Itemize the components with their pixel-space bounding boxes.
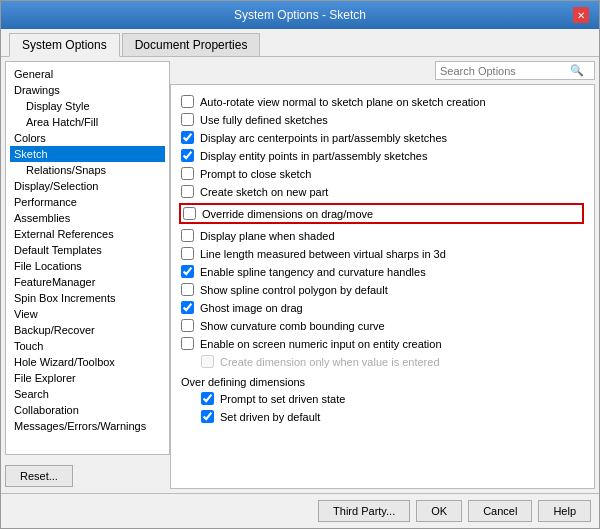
sidebar-item-file-explorer[interactable]: File Explorer	[10, 370, 165, 386]
checkbox-arc-centerpoints[interactable]	[181, 131, 194, 144]
checkbox-curvature-comb[interactable]	[181, 319, 194, 332]
sidebar-item-default-templates[interactable]: Default Templates	[10, 242, 165, 258]
ok-button[interactable]: OK	[416, 500, 462, 522]
option-row-arc-centerpoints: Display arc centerpoints in part/assembl…	[181, 131, 584, 144]
checkbox-ghost-image[interactable]	[181, 301, 194, 314]
sidebar-item-messages-errors-warnings[interactable]: Messages/Errors/Warnings	[10, 418, 165, 434]
checkbox-create-dimension-only[interactable]	[201, 355, 214, 368]
label-on-screen-numeric: Enable on screen numeric input on entity…	[200, 338, 442, 350]
label-fully-defined: Use fully defined sketches	[200, 114, 328, 126]
label-ghost-image: Ghost image on drag	[200, 302, 303, 314]
checkbox-fully-defined[interactable]	[181, 113, 194, 126]
main-panel: 🔍 Auto-rotate view normal to sketch plan…	[166, 57, 599, 493]
bottom-buttons: Third Party... OK Cancel Help	[1, 493, 599, 528]
sidebar-item-sketch[interactable]: Sketch	[10, 146, 165, 162]
checkbox-entity-points[interactable]	[181, 149, 194, 162]
option-row-curvature-comb: Show curvature comb bounding curve	[181, 319, 584, 332]
label-auto-rotate: Auto-rotate view normal to sketch plane …	[200, 96, 486, 108]
sidebar-wrapper: GeneralDrawingsDisplay StyleArea Hatch/F…	[1, 57, 166, 493]
third-party-button[interactable]: Third Party...	[318, 500, 410, 522]
title-bar: System Options - Sketch ✕	[1, 1, 599, 29]
label-enable-spline: Enable spline tangency and curvature han…	[200, 266, 426, 278]
checkbox-line-length[interactable]	[181, 247, 194, 260]
checkbox-display-plane-shaded[interactable]	[181, 229, 194, 242]
system-options-window: System Options - Sketch ✕ System Options…	[0, 0, 600, 529]
sidebar-item-drawings[interactable]: Drawings	[10, 82, 165, 98]
option-row-show-spline-polygon: Show spline control polygon by default	[181, 283, 584, 296]
search-icon: 🔍	[570, 64, 584, 77]
label-prompt-to-close: Prompt to close sketch	[200, 168, 311, 180]
label-entity-points: Display entity points in part/assembly s…	[200, 150, 427, 162]
close-button[interactable]: ✕	[573, 7, 589, 23]
option-row-entity-points: Display entity points in part/assembly s…	[181, 149, 584, 162]
content-area: GeneralDrawingsDisplay StyleArea Hatch/F…	[1, 57, 599, 493]
sidebar-item-spin-box-increments[interactable]: Spin Box Increments	[10, 290, 165, 306]
option-row-set-driven-default: Set driven by default	[201, 410, 584, 423]
label-create-dimension-only: Create dimension only when value is ente…	[220, 356, 440, 368]
search-box: 🔍	[435, 61, 595, 80]
window-title: System Options - Sketch	[27, 8, 573, 22]
search-input[interactable]	[440, 65, 570, 77]
sidebar-item-relations-snaps[interactable]: Relations/Snaps	[10, 162, 165, 178]
label-arc-centerpoints: Display arc centerpoints in part/assembl…	[200, 132, 447, 144]
checkbox-create-sketch-new-part[interactable]	[181, 185, 194, 198]
sidebar-item-feature-manager[interactable]: FeatureManager	[10, 274, 165, 290]
option-row-line-length: Line length measured between virtual sha…	[181, 247, 584, 260]
checkbox-show-spline-polygon[interactable]	[181, 283, 194, 296]
sidebar-item-external-references[interactable]: External References	[10, 226, 165, 242]
sidebar-item-touch[interactable]: Touch	[10, 338, 165, 354]
option-row-auto-rotate: Auto-rotate view normal to sketch plane …	[181, 95, 584, 108]
sidebar-item-file-locations[interactable]: File Locations	[10, 258, 165, 274]
sidebar-item-area-hatch-fill[interactable]: Area Hatch/Fill	[10, 114, 165, 130]
sidebar-item-backup-recover[interactable]: Backup/Recover	[10, 322, 165, 338]
sidebar: GeneralDrawingsDisplay StyleArea Hatch/F…	[5, 61, 170, 455]
option-row-enable-spline: Enable spline tangency and curvature han…	[181, 265, 584, 278]
sidebar-item-performance[interactable]: Performance	[10, 194, 165, 210]
option-row-on-screen-numeric: Enable on screen numeric input on entity…	[181, 337, 584, 350]
checkbox-override-dimensions[interactable]	[183, 207, 196, 220]
sidebar-bottom: Reset...	[1, 459, 166, 493]
tabs-bar: System Options Document Properties	[1, 29, 599, 57]
label-show-spline-polygon: Show spline control polygon by default	[200, 284, 388, 296]
checkbox-auto-rotate[interactable]	[181, 95, 194, 108]
option-row-prompt-to-close: Prompt to close sketch	[181, 167, 584, 180]
checkbox-prompt-to-close[interactable]	[181, 167, 194, 180]
label-prompt-set-driven: Prompt to set driven state	[220, 393, 345, 405]
reset-button[interactable]: Reset...	[5, 465, 73, 487]
action-area: Third Party... OK Cancel Help	[318, 500, 591, 522]
tab-document-properties[interactable]: Document Properties	[122, 33, 261, 56]
label-curvature-comb: Show curvature comb bounding curve	[200, 320, 385, 332]
checkbox-prompt-set-driven[interactable]	[201, 392, 214, 405]
checkbox-enable-spline[interactable]	[181, 265, 194, 278]
checkbox-set-driven-default[interactable]	[201, 410, 214, 423]
checkbox-on-screen-numeric[interactable]	[181, 337, 194, 350]
option-row-create-sketch-new-part: Create sketch on new part	[181, 185, 584, 198]
sidebar-item-display-selection[interactable]: Display/Selection	[10, 178, 165, 194]
label-display-plane-shaded: Display plane when shaded	[200, 230, 335, 242]
tab-system-options[interactable]: System Options	[9, 33, 120, 57]
label-line-length: Line length measured between virtual sha…	[200, 248, 446, 260]
label-set-driven-default: Set driven by default	[220, 411, 320, 423]
label-create-sketch-new-part: Create sketch on new part	[200, 186, 328, 198]
option-row-ghost-image: Ghost image on drag	[181, 301, 584, 314]
option-row-fully-defined: Use fully defined sketches	[181, 113, 584, 126]
option-row-override-dimensions: Override dimensions on drag/move	[179, 203, 584, 224]
help-button[interactable]: Help	[538, 500, 591, 522]
sidebar-item-view[interactable]: View	[10, 306, 165, 322]
sidebar-item-search[interactable]: Search	[10, 386, 165, 402]
sidebar-item-assemblies[interactable]: Assemblies	[10, 210, 165, 226]
cancel-button[interactable]: Cancel	[468, 500, 532, 522]
option-row-prompt-set-driven: Prompt to set driven state	[201, 392, 584, 405]
label-override-dimensions: Override dimensions on drag/move	[202, 208, 373, 220]
sidebar-item-display-style[interactable]: Display Style	[10, 98, 165, 114]
sidebar-item-hole-wizard-toolbox[interactable]: Hole Wizard/Toolbox	[10, 354, 165, 370]
option-row-create-dimension-only: Create dimension only when value is ente…	[201, 355, 584, 368]
sidebar-item-general[interactable]: General	[10, 66, 165, 82]
sidebar-item-collaboration[interactable]: Collaboration	[10, 402, 165, 418]
sidebar-item-colors[interactable]: Colors	[10, 130, 165, 146]
option-row-display-plane-shaded: Display plane when shaded	[181, 229, 584, 242]
search-bar: 🔍	[170, 61, 595, 80]
options-panel: Auto-rotate view normal to sketch plane …	[170, 84, 595, 489]
over-defining-section-label: Over defining dimensions	[181, 376, 584, 388]
